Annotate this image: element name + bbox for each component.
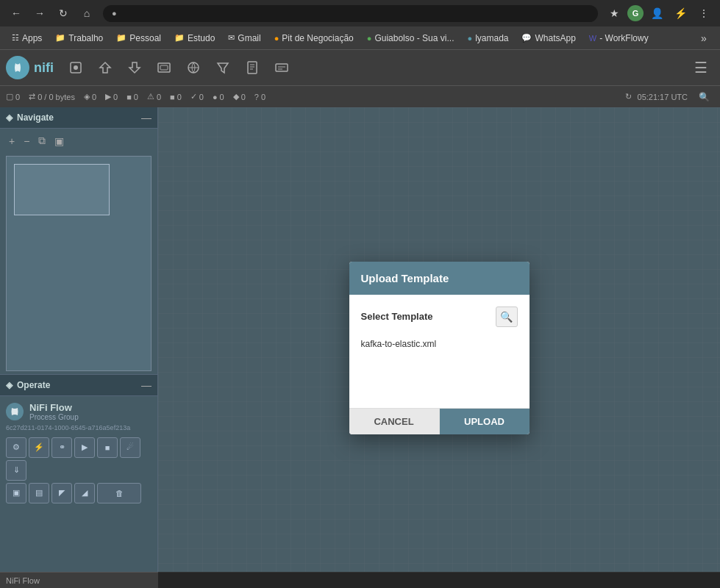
status-stopped: ■ 0	[126, 93, 138, 101]
toolbar-remote-group-btn[interactable]	[180, 54, 207, 81]
main-canvas[interactable]: Upload Template Select Template 🔍 kafka-…	[158, 107, 720, 588]
left-panel: ◈ Navigate ― + − ⧉ ▣ ◈ Operate	[0, 107, 158, 588]
toolbar-output-port-btn[interactable]	[121, 54, 148, 81]
bookmark-trabalho[interactable]: 📁 Trabalho	[49, 31, 109, 46]
gmail-icon: ✉	[228, 33, 235, 43]
status-data: ⇄ 0 / 0 bytes	[29, 92, 75, 101]
bookmark-apps[interactable]: ☷ Apps	[6, 31, 48, 46]
stalemod-icon: ◆	[233, 92, 239, 101]
svg-rect-5	[158, 63, 170, 72]
operate-group-btn[interactable]: ◤	[51, 483, 72, 503]
more-bookmarks-button[interactable]: »	[694, 28, 714, 49]
navigate-controls: + − ⧉ ▣	[0, 129, 157, 153]
menu-button[interactable]: ⋮	[694, 3, 714, 24]
operate-disable-btn[interactable]: ⚭	[51, 437, 72, 458]
status-uptodate: ✓ 0	[190, 92, 204, 101]
navigate-title: ◈ Navigate	[6, 112, 54, 123]
operate-copy-btn[interactable]: ▣	[6, 483, 26, 503]
bottom-bar-label: NiFi Flow	[6, 576, 40, 585]
account-button[interactable]: 👤	[646, 3, 667, 24]
data-icon: ⇄	[29, 92, 35, 101]
data-value: 0 / 0 bytes	[38, 93, 75, 101]
profile-button[interactable]: G	[627, 5, 644, 21]
bookmark-gmail[interactable]: ✉ Gmail	[222, 31, 266, 46]
disabled-icon: ■	[170, 93, 175, 101]
toolbar-template-btn[interactable]	[239, 54, 265, 81]
toolbar-funnel-btn[interactable]	[210, 54, 236, 81]
browser-actions: ★ G 👤 ⚡ ⋮	[604, 3, 714, 24]
nifi-app: nifi ☰ ▢ 0	[0, 50, 720, 588]
address-input[interactable]: localhost:8081/nifi/	[121, 8, 589, 19]
bookmark-pit[interactable]: ● Pit de Negociação	[268, 31, 360, 46]
navigate-header: ◈ Navigate ―	[0, 107, 157, 129]
bookmark-guiabolso-label: Guiabolso - Sua vi...	[374, 33, 454, 43]
operate-color-btn[interactable]: ◢	[74, 483, 95, 503]
bookmark-whatsapp-label: WhatsApp	[535, 33, 575, 43]
status-running: ▶ 0	[105, 92, 118, 101]
bookmark-lyamada[interactable]: ● lyamada	[461, 31, 514, 46]
bookmark-estudo-label: Estudo	[188, 33, 215, 43]
operate-enable-btn[interactable]: ⚡	[29, 437, 49, 458]
address-bar[interactable]: ● localhost:8081/nifi/	[103, 5, 598, 22]
status-localmod: ● 0	[213, 93, 224, 101]
bookmark-whatsapp[interactable]: 💬 WhatsApp	[516, 31, 581, 46]
cancel-button[interactable]: CANCEL	[349, 409, 440, 434]
svg-rect-10	[248, 62, 257, 74]
operate-paste-btn[interactable]: ▤	[29, 483, 49, 503]
bookmark-pessoal[interactable]: 📁 Pessoal	[110, 31, 167, 46]
localmod-count: 0	[220, 93, 224, 101]
extensions-button[interactable]: ⚡	[670, 3, 691, 24]
operate-template-btn[interactable]: ☄	[120, 437, 140, 458]
invalid-icon: ⚠	[147, 92, 154, 101]
home-button[interactable]: ⌂	[76, 3, 97, 24]
bookmark-guiabolso[interactable]: ● Guiabolso - Sua vi...	[361, 31, 460, 46]
actual-size-btn[interactable]: ▣	[51, 134, 67, 148]
toolbar-label-btn[interactable]	[268, 54, 295, 81]
nifi-canvas-area: ◈ Navigate ― + − ⧉ ▣ ◈ Operate	[0, 107, 720, 588]
operate-config-btn[interactable]: ⚙	[6, 437, 26, 458]
svg-point-2	[74, 65, 78, 70]
error-count: 0	[261, 93, 265, 101]
process-group-type: Process Group	[29, 413, 79, 421]
bookmark-lyamada-label: lyamada	[475, 33, 508, 43]
upload-template-modal: Upload Template Select Template 🔍 kafka-…	[349, 262, 530, 434]
back-button[interactable]: ←	[6, 3, 26, 24]
running-icon: ▶	[105, 92, 111, 101]
nifi-status-bar: ▢ 0 ⇄ 0 / 0 bytes ◈ 0 ▶ 0 ■ 0 ⚠ 0 ■ 0 ✓	[0, 85, 720, 107]
main-menu-button[interactable]: ☰	[688, 54, 714, 81]
upload-button[interactable]: UPLOAD	[440, 409, 530, 434]
toolbar-process-group-btn[interactable]	[151, 54, 177, 81]
toolbar-input-port-btn[interactable]	[92, 54, 118, 81]
operate-download-btn[interactable]: ⇓	[6, 460, 26, 481]
stalemod-count: 0	[241, 93, 246, 101]
forward-button[interactable]: →	[29, 3, 50, 24]
navigate-collapse-btn[interactable]: ―	[141, 112, 152, 123]
process-group-info: NiFi Flow Process Group	[6, 402, 152, 421]
bookmark-pit-label: Pit de Negociação	[282, 33, 353, 43]
operate-collapse-btn[interactable]: ―	[141, 379, 152, 391]
fit-btn[interactable]: ⧉	[35, 133, 49, 148]
select-file-button[interactable]: 🔍	[496, 306, 518, 327]
operate-header: ◈ Operate ―	[0, 375, 157, 396]
process-group-icon	[6, 403, 24, 420]
browser-titlebar: ← → ↻ ⌂ ● localhost:8081/nifi/ ★ G 👤 ⚡ ⋮	[0, 0, 720, 26]
operate-start-btn[interactable]: ▶	[74, 437, 95, 458]
zoom-in-btn[interactable]: +	[6, 134, 18, 148]
process-group-details: NiFi Flow Process Group	[29, 402, 79, 421]
lyamada-icon: ●	[467, 34, 472, 43]
modal-overlay: Upload Template Select Template 🔍 kafka-…	[158, 107, 720, 588]
toolbar-processors-btn[interactable]	[63, 54, 89, 81]
bookmark-estudo[interactable]: 📁 Estudo	[168, 31, 221, 46]
refresh-button[interactable]: ↻	[53, 3, 74, 24]
star-button[interactable]: ★	[604, 3, 624, 24]
operate-stop-btn[interactable]: ■	[97, 437, 118, 458]
navigate-canvas[interactable]	[6, 156, 152, 371]
search-status-btn[interactable]: 🔍	[694, 87, 714, 107]
bookmark-workflowy[interactable]: W - WorkFlowy	[583, 31, 655, 46]
zoom-out-btn[interactable]: −	[21, 134, 32, 148]
invalid-count: 0	[157, 93, 161, 101]
running-count: 0	[113, 93, 118, 101]
operate-delete-btn[interactable]: 🗑	[97, 483, 141, 503]
operate-section: ◈ Operate ― NiFi Flow Pr	[0, 374, 157, 589]
svg-rect-6	[160, 65, 168, 70]
